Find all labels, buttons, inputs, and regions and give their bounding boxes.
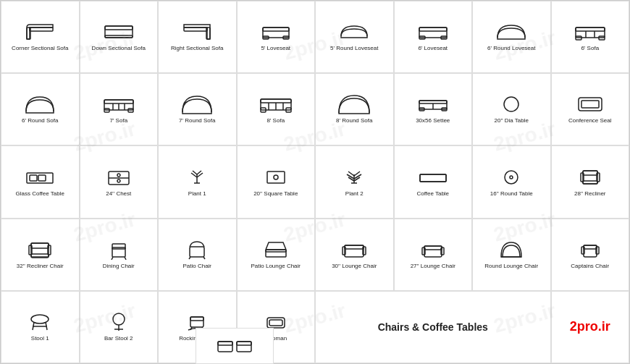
patio-chair: Patio Chair xyxy=(158,219,237,291)
round-lounge-chair: Round Lounge Chair xyxy=(472,219,551,291)
svg-line-85 xyxy=(189,257,190,259)
logo: 2pro.ir xyxy=(551,291,630,363)
svg-rect-117 xyxy=(237,342,251,352)
svg-rect-75 xyxy=(31,243,49,258)
svg-rect-66 xyxy=(420,174,446,182)
svg-rect-72 xyxy=(581,173,584,182)
svg-rect-0 xyxy=(30,27,53,31)
svg-rect-81 xyxy=(112,244,125,249)
svg-rect-96 xyxy=(441,247,444,255)
glass-coffee-table: Glass Coffee Table xyxy=(1,145,80,218)
svg-rect-56 xyxy=(267,172,285,183)
svg-rect-76 xyxy=(31,243,49,248)
32-recliner-chair: 32'' Recliner Chair xyxy=(1,219,80,291)
6-round-sofa: 6' Round Sofa xyxy=(1,73,80,145)
6-round-loveseat: 6' Round Loveseat xyxy=(472,1,551,73)
svg-rect-70 xyxy=(583,171,597,184)
svg-point-106 xyxy=(113,313,125,325)
svg-rect-101 xyxy=(596,247,599,254)
svg-line-86 xyxy=(203,257,205,259)
stool-1: Stool 1 xyxy=(1,291,80,363)
20-square-table: 20'' Square Table xyxy=(237,145,316,218)
svg-point-49 xyxy=(117,179,120,182)
conference-seal: Conference Seal xyxy=(551,73,630,145)
corner-sectional-sofa: Corner Sectional Sofa xyxy=(1,1,80,73)
svg-rect-6 xyxy=(206,27,210,39)
svg-rect-98 xyxy=(584,245,597,257)
svg-rect-67 xyxy=(420,174,446,182)
30-lounge-chair: 30'' Lounge Chair xyxy=(315,219,394,291)
svg-rect-44 xyxy=(30,175,37,181)
svg-rect-84 xyxy=(190,247,204,257)
svg-rect-110 xyxy=(190,317,203,321)
svg-rect-90 xyxy=(345,245,364,249)
7-round-sofa: 7' Round Sofa xyxy=(158,73,237,145)
svg-rect-91 xyxy=(343,247,345,255)
svg-line-82 xyxy=(112,257,113,260)
8-sofa: 8' Sofa xyxy=(237,73,316,145)
dining-chair: Dining Chair xyxy=(80,219,159,291)
svg-rect-94 xyxy=(424,246,442,250)
right-sectional-sofa: Right Sectional Sofa xyxy=(158,1,237,73)
svg-rect-45 xyxy=(38,175,46,181)
logo-text: 2pro.ir xyxy=(570,319,610,334)
svg-rect-36 xyxy=(419,101,447,103)
svg-rect-42 xyxy=(581,101,599,108)
6-sofa: 6' Sofa xyxy=(551,1,630,73)
svg-point-57 xyxy=(274,175,278,179)
16-round-table: 16'' Round Table xyxy=(472,145,551,218)
27-lounge-chair: 27'' Lounge Chair xyxy=(394,219,473,291)
section-title: Chairs & Coffee Tables xyxy=(315,291,551,363)
svg-rect-116 xyxy=(218,342,232,345)
svg-rect-74 xyxy=(583,181,597,184)
svg-rect-114 xyxy=(269,320,282,326)
plant-1: Plant 1 xyxy=(158,145,237,218)
svg-point-48 xyxy=(117,174,120,177)
svg-rect-41 xyxy=(579,98,602,111)
svg-point-40 xyxy=(504,97,518,111)
svg-rect-29 xyxy=(261,99,291,103)
30x56-settee: 30x56 Settee xyxy=(394,73,473,145)
svg-rect-78 xyxy=(48,245,51,255)
5-loveseat: 5' Loveseat xyxy=(237,1,316,73)
svg-line-111 xyxy=(190,327,192,330)
8-round-sofa: 8' Round Sofa xyxy=(315,73,394,145)
svg-rect-92 xyxy=(363,247,366,255)
20-dia-table: 20'' Dia Table xyxy=(472,73,551,145)
furniture-grid: Corner Sectional Sofa Down Sectional Sof… xyxy=(0,0,630,364)
svg-rect-118 xyxy=(237,342,251,345)
6-loveseat: 6' Loveseat xyxy=(394,1,473,73)
svg-rect-16 xyxy=(576,27,605,31)
plant-2: Plant 2 xyxy=(315,145,394,218)
svg-rect-12 xyxy=(419,27,447,31)
svg-line-83 xyxy=(125,257,126,260)
svg-rect-89 xyxy=(345,245,364,257)
patio-lounge-chair: Patio Lounge Chair xyxy=(237,219,316,291)
bar-stool-2: Bar Stool 2 xyxy=(80,291,159,363)
svg-rect-43 xyxy=(27,173,53,183)
5-round-loveseat: 5' Round Loveseat xyxy=(315,1,394,73)
captains-chair: Captains Chair xyxy=(551,219,630,291)
svg-rect-93 xyxy=(424,246,442,257)
svg-rect-109 xyxy=(190,317,203,327)
down-sectional-sofa: Down Sectional Sofa xyxy=(80,1,159,73)
svg-rect-95 xyxy=(422,247,425,255)
coffee-table: Coffee Table xyxy=(394,145,473,218)
svg-rect-3 xyxy=(105,26,133,30)
svg-rect-87 xyxy=(266,250,286,257)
svg-rect-22 xyxy=(104,100,133,103)
double-seat-icon xyxy=(196,328,274,364)
24-chest: 24'' Chest xyxy=(80,145,159,218)
svg-point-69 xyxy=(510,176,513,179)
svg-rect-79 xyxy=(31,254,49,257)
svg-rect-4 xyxy=(105,35,133,38)
svg-rect-100 xyxy=(581,247,584,254)
svg-point-68 xyxy=(505,171,518,184)
svg-rect-73 xyxy=(597,173,600,182)
28-recliner: 28'' Recliner xyxy=(551,145,630,218)
svg-rect-99 xyxy=(584,245,597,249)
svg-rect-71 xyxy=(583,171,597,175)
svg-rect-77 xyxy=(29,245,32,255)
svg-rect-1 xyxy=(27,27,30,39)
svg-rect-8 xyxy=(263,27,289,31)
